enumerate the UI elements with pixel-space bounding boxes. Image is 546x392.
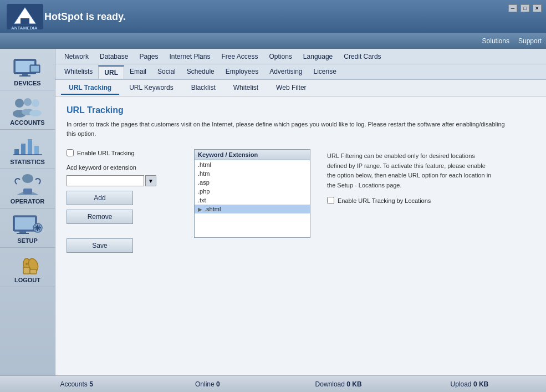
upload-status: Upload 0 KB [404, 380, 535, 388]
sidebar-item-statistics[interactable]: STATISTICS [0, 130, 55, 169]
kw-item-html[interactable]: .html [195, 160, 310, 169]
operator-icon [10, 172, 45, 197]
svg-rect-18 [28, 139, 32, 155]
sidebar-item-logout[interactable]: LOGOUT [0, 248, 55, 287]
minimize-button[interactable]: ─ [508, 4, 517, 12]
svg-rect-9 [31, 66, 39, 72]
menu-row-2: Whitelists URL Email Social Schedule Emp… [55, 64, 546, 80]
online-label: Online [195, 380, 215, 388]
sidebar-item-operator[interactable]: OPERATOR [0, 169, 55, 208]
svg-point-34 [25, 263, 28, 265]
subtab-whitelist[interactable]: Whitelist [226, 82, 266, 95]
window-controls: ─ □ ✕ [508, 4, 542, 12]
page-content: URL Tracking In order to track the pages… [55, 96, 546, 375]
menu-license[interactable]: License [308, 65, 342, 78]
subtab-blacklist[interactable]: Blacklist [183, 82, 223, 95]
app-title: HotSpot is ready. [44, 11, 540, 23]
enable-locations-checkbox[interactable] [327, 197, 334, 204]
add-button[interactable]: Add [67, 191, 133, 205]
svg-point-14 [32, 99, 39, 107]
menu-advertising[interactable]: Advertising [264, 65, 308, 78]
dropdown-arrow-button[interactable]: ▼ [145, 175, 156, 186]
menu-credit-cards[interactable]: Credit Cards [338, 50, 386, 63]
save-button[interactable]: Save [67, 238, 133, 253]
svg-rect-24 [15, 217, 35, 230]
kw-value: .shtml [205, 206, 221, 212]
sidebar-item-setup[interactable]: SETUP [0, 208, 55, 248]
kw-value: .php [198, 188, 210, 195]
locations-checkbox-row: Enable URL Tracking by Locations [327, 197, 493, 204]
keyword-input[interactable] [67, 175, 144, 186]
sidebar-statistics-label: STATISTICS [10, 159, 45, 165]
subtab-web-filter[interactable]: Web Filter [268, 82, 314, 95]
page-title: URL Tracking [67, 105, 535, 115]
menu-network[interactable]: Network [59, 50, 94, 63]
kw-item-php[interactable]: .php [195, 187, 310, 196]
sidebar-operator-label: OPERATOR [11, 198, 44, 205]
menu-internet-plans[interactable]: Internet Plans [164, 50, 216, 63]
setup-icon [10, 212, 45, 236]
svg-point-10 [15, 99, 24, 108]
sidebar-devices-label: DEVICES [14, 80, 40, 86]
antamedia-logo: ANTAMEDIA [6, 3, 44, 30]
kw-arrow-icon: ▶ [198, 206, 202, 212]
subtab-url-tracking[interactable]: URL Tracking [61, 82, 119, 95]
menu-social[interactable]: Social [152, 65, 181, 78]
menu-whitelists[interactable]: Whitelists [59, 65, 98, 78]
accounts-value: 5 [89, 380, 93, 388]
titlebar: ANTAMEDIA HotSpot is ready. ─ □ ✕ [0, 0, 546, 33]
online-value: 0 [216, 380, 220, 388]
kw-value: .htm [198, 170, 210, 177]
menu-employees[interactable]: Employees [220, 65, 264, 78]
svg-rect-36 [30, 269, 37, 274]
download-status: Download 0 KB [273, 380, 404, 388]
close-button[interactable]: ✕ [533, 4, 542, 12]
main-container: DEVICES ACCOUNTS [0, 49, 546, 375]
menu-free-access[interactable]: Free Access [216, 50, 263, 63]
sidebar-item-accounts[interactable]: ACCOUNTS [0, 90, 55, 130]
subtab-url-keywords[interactable]: URL Keywords [121, 82, 181, 95]
devices-icon [10, 54, 45, 79]
enable-locations-label: Enable URL Tracking by Locations [338, 197, 431, 204]
page-description: In order to track the pages that custome… [67, 120, 510, 138]
enable-url-tracking-checkbox[interactable] [67, 149, 74, 156]
content-area: Network Database Pages Internet Plans Fr… [55, 49, 546, 375]
menu-language[interactable]: Language [298, 50, 338, 63]
statistics-icon [10, 133, 45, 157]
kw-value: .txt [198, 197, 206, 203]
online-status: Online 0 [142, 380, 273, 388]
maximize-button[interactable]: □ [521, 4, 529, 12]
subtabs-row: URL Tracking URL Keywords Blacklist Whit… [55, 80, 546, 96]
svg-rect-22 [23, 189, 32, 194]
menu-url[interactable]: URL [98, 65, 124, 79]
kw-item-shtml[interactable]: ▶ .shtml [195, 205, 310, 213]
right-info-text: URL Filtering can be enabled only for de… [327, 151, 493, 190]
menu-row-1: Network Database Pages Internet Plans Fr… [55, 49, 546, 64]
menu-email[interactable]: Email [124, 65, 152, 78]
menu-database[interactable]: Database [94, 50, 134, 63]
keyword-list-header: Keyword / Extension [195, 150, 310, 160]
menu-schedule[interactable]: Schedule [181, 65, 220, 78]
download-label: Download [315, 380, 345, 388]
kw-value: .html [198, 161, 211, 168]
sidebar-item-devices[interactable]: DEVICES [0, 51, 55, 90]
menu-pages[interactable]: Pages [134, 50, 164, 63]
solutions-link[interactable]: Solutions [482, 37, 509, 45]
svg-text:ANTAMEDIA: ANTAMEDIA [11, 26, 38, 30]
kw-item-asp[interactable]: .asp [195, 178, 310, 187]
remove-button[interactable]: Remove [67, 210, 133, 224]
svg-rect-2 [21, 18, 29, 24]
keyword-list: Keyword / Extension .html .htm .asp .php [194, 149, 310, 238]
svg-point-12 [24, 98, 32, 106]
kw-item-txt[interactable]: .txt [195, 196, 310, 205]
kw-value: .asp [198, 179, 210, 186]
kw-item-htm[interactable]: .htm [195, 169, 310, 178]
svg-rect-17 [21, 144, 25, 155]
sidebar-accounts-label: ACCOUNTS [10, 119, 44, 126]
enable-tracking-row: Enable URL Tracking [67, 149, 177, 156]
content-columns: Enable URL Tracking Acd keyword or exten… [67, 149, 535, 253]
svg-point-15 [29, 110, 42, 116]
menu-options[interactable]: Options [264, 50, 298, 63]
sidebar: DEVICES ACCOUNTS [0, 49, 55, 375]
support-link[interactable]: Support [518, 37, 542, 45]
